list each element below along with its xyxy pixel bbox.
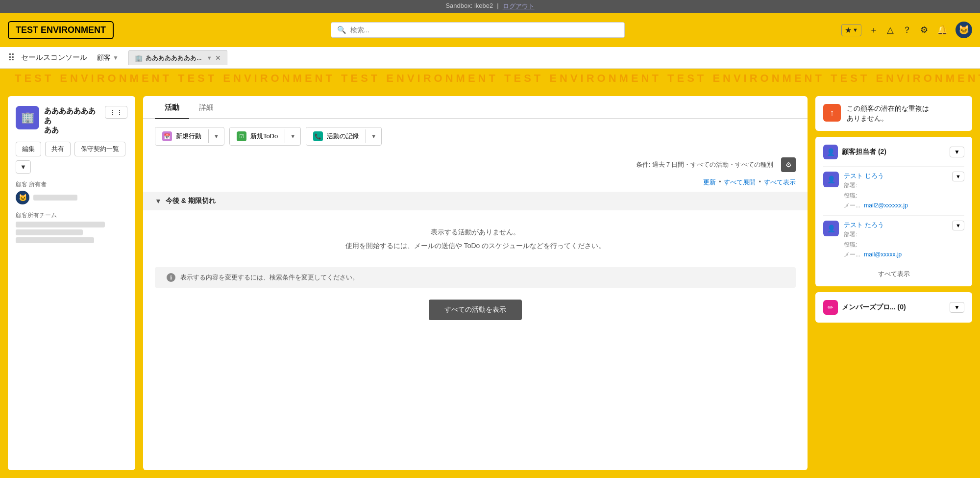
contact1-info: テスト じろう 部署: 役職: メー... mail2@xxxxxx.jp (844, 172, 947, 210)
new-action-btn[interactable]: 📅 新規行動 ▼ (155, 127, 224, 146)
activity-toolbar: 📅 新規行動 ▼ ☑ 新規ToDo ▼ 📞 活動の記録 ▼ (143, 119, 808, 153)
nav-tab-close[interactable]: ✕ (215, 54, 221, 62)
contacts-icon: 👤 (823, 145, 838, 159)
contact2-dept: 部署: (844, 229, 947, 239)
chevron-down-icon: ▼ (853, 27, 858, 33)
show-all-link[interactable]: すべて表示 (764, 178, 796, 187)
contact1-avatar: 👤 (823, 172, 839, 187)
search-input[interactable] (350, 26, 618, 34)
contact1-email-value: mail2@xxxxxx.jp (864, 202, 908, 209)
contacts-dropdown-button[interactable]: ▼ (950, 147, 964, 157)
update-links: 更新 • すべて展開 • すべて表示 (703, 178, 796, 187)
new-todo-btn[interactable]: ☑ 新規ToDo ▼ (229, 127, 301, 146)
tab-activity[interactable]: 活動 (155, 96, 189, 119)
nav-tab-chevron: ▼ (207, 55, 212, 61)
todo-icon: ☑ (237, 131, 246, 141)
contact2-name[interactable]: テスト たろう (844, 221, 947, 229)
info-icon: ℹ (167, 273, 175, 282)
nav-tab-icon: 🏢 (135, 54, 143, 62)
question-button[interactable]: ？ (902, 23, 912, 37)
star-button[interactable]: ★ ▼ (841, 24, 861, 36)
members-icon-symbol: ✏ (828, 303, 833, 311)
account-name: ああああああああああ (44, 106, 100, 135)
update-link[interactable]: 更新 (703, 178, 716, 187)
contact2-dept-label: 部署: (844, 231, 857, 238)
owner-avatar-icon: 🐱 (19, 194, 27, 201)
contact1-role: 役職: (844, 191, 947, 201)
show-all-activities-button[interactable]: すべての活動を表示 (429, 300, 522, 320)
new-todo-main[interactable]: ☑ 新規ToDo (230, 127, 285, 145)
record-main[interactable]: 📞 活動の記録 (306, 127, 366, 145)
duplicate-icon: ↑ (823, 104, 841, 122)
edit-button[interactable]: 編集 (16, 142, 41, 156)
contact2-role: 役職: (844, 240, 947, 250)
org-icon: ⋮⋮ (109, 108, 123, 116)
contact1-dept-label: 部署: (844, 182, 857, 189)
new-action-dropdown[interactable]: ▼ (208, 129, 224, 143)
blurred-row-2 (16, 229, 83, 235)
tab-details[interactable]: 詳細 (189, 96, 223, 119)
contact2-email: メー... mail@xxxxx.jp (844, 250, 947, 259)
section-header: ▼ 今後 & 期限切れ (143, 192, 808, 210)
new-todo-dropdown[interactable]: ▼ (285, 129, 300, 143)
sandbox-text: Sandbox: ikebe2 (445, 2, 493, 11)
contact1-role-label: 役職: (844, 192, 857, 199)
duplicate-text: この顧客の潜在的な重複はありません。 (847, 104, 929, 123)
contact-item-1: 👤 テスト じろう 部署: 役職: メー... mail2@xxxxxx.jp (823, 166, 964, 215)
contact1-avatar-icon: 👤 (827, 176, 835, 183)
members-title: メンバーズプロ... (0) (842, 303, 946, 312)
info-text: 表示する内容を変更するには、検索条件を変更してください。 (180, 273, 359, 282)
avatar[interactable]: 🐱 (956, 22, 972, 38)
nav-tab-account[interactable]: 🏢 ああああああああ... ▼ ✕ (128, 50, 227, 65)
person-icon: 👤 (827, 148, 835, 156)
search-bar[interactable]: 🔍 (331, 22, 625, 38)
nav-bar: ⠿ セールスコンソール 顧客 ▼ 🏢 ああああああああ... ▼ ✕ (0, 47, 980, 69)
logout-link[interactable]: ログアウト (503, 2, 535, 11)
contact1-dropdown-button[interactable]: ▼ (952, 172, 964, 181)
tabs: 活動 詳細 (143, 96, 808, 119)
grid-icon[interactable]: ⠿ (8, 52, 15, 64)
gear-button[interactable]: ⚙ (919, 24, 929, 36)
contact1-dept: 部署: (844, 180, 947, 190)
contact1-name[interactable]: テスト じろう (844, 172, 947, 180)
record-activity-btn[interactable]: 📞 活動の記録 ▼ (306, 127, 382, 146)
members-dropdown-button[interactable]: ▼ (950, 302, 964, 313)
contacts-show-all[interactable]: すべて表示 (823, 265, 964, 278)
contacts-title: 顧客担当者 (2) (842, 148, 946, 156)
record-dropdown[interactable]: ▼ (366, 129, 381, 143)
test-banner: TEST ENVIRONMENT TEST ENVIRONMENT TEST E… (0, 69, 980, 88)
filter-gear-button[interactable]: ⚙ (781, 157, 796, 172)
members-card-header: ✏ メンバーズプロ... (0) ▼ (823, 300, 964, 315)
main-area: 🏢 ああああああああああ ⋮⋮ 編集 共有 保守契約一覧 ▼ 顧客 所有者 🐱 (0, 88, 980, 478)
org-chart-button[interactable]: ⋮⋮ (105, 106, 127, 119)
record-activity-label: 活動の記録 (327, 132, 359, 141)
nav-customer-chevron: ▼ (113, 54, 119, 61)
app-title: セールスコンソール (21, 53, 87, 62)
more-actions-button[interactable]: ▼ (16, 160, 31, 174)
plus-button[interactable]: ＋ (868, 23, 879, 37)
filter-text: 条件: 過去７日間・すべての活動・すべての種別 (636, 160, 773, 169)
expand-all-link[interactable]: すべて展開 (724, 178, 756, 187)
owner-name-blurred (33, 195, 77, 201)
separator: | (497, 2, 498, 11)
share-button[interactable]: 共有 (45, 142, 71, 156)
bell-button[interactable]: 🔔 (936, 24, 949, 36)
star-icon: ★ (845, 25, 852, 35)
section-chevron[interactable]: ▼ (155, 197, 162, 205)
center-panel: 活動 詳細 📅 新規行動 ▼ ☑ 新規ToDo ▼ 📞 (143, 96, 808, 470)
contact1-email: メー... mail2@xxxxxx.jp (844, 201, 947, 210)
contacts-card: 👤 顧客担当者 (2) ▼ 👤 テスト じろう 部署: 役職: (815, 137, 972, 286)
avatar-icon: 🐱 (958, 25, 969, 35)
triangle-button[interactable]: △ (886, 24, 895, 36)
members-card: ✏ メンバーズプロ... (0) ▼ (815, 292, 972, 323)
new-todo-label: 新規ToDo (250, 132, 278, 141)
record-icon: 📞 (313, 131, 323, 141)
team-section: 顧客所有チーム (16, 211, 127, 245)
contact2-dropdown-button[interactable]: ▼ (952, 221, 964, 230)
nav-item-customer[interactable]: 顧客 ▼ (93, 53, 122, 62)
contracts-button[interactable]: 保守契約一覧 (74, 142, 125, 156)
left-panel: 🏢 ああああああああああ ⋮⋮ 編集 共有 保守契約一覧 ▼ 顧客 所有者 🐱 (8, 96, 135, 470)
owner-label: 顧客 所有者 (16, 180, 127, 189)
new-action-main[interactable]: 📅 新規行動 (155, 127, 208, 145)
contacts-card-header: 👤 顧客担当者 (2) ▼ (823, 145, 964, 159)
